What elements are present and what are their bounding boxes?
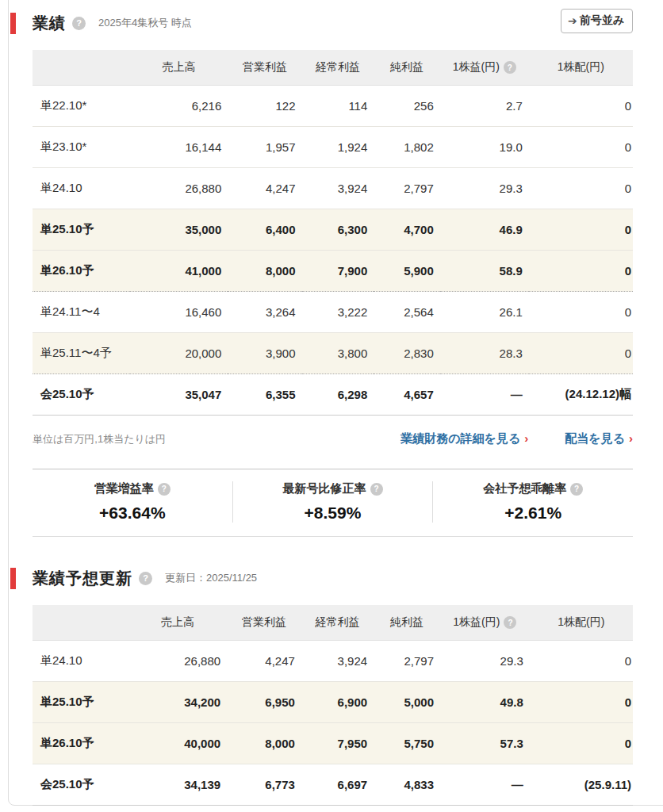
cell: 3,924 — [302, 168, 374, 209]
table-row: 会25.10予35,0476,3556,2984,657—(24.12.12)幅 — [33, 374, 633, 416]
help-icon[interactable]: ? — [504, 61, 516, 74]
cell: 1,802 — [374, 127, 439, 168]
cell: 0 — [530, 723, 633, 764]
cell: 26.1 — [440, 292, 529, 333]
row-label: 単26.10予 — [33, 251, 130, 292]
arrow-right-icon: ➔ — [568, 14, 577, 27]
cell: 4,247 — [227, 641, 301, 682]
header-row: 売上高営業利益経常利益純利益1株益(円)?1株配(円) — [33, 605, 633, 641]
section-title: 業績予想更新 — [33, 568, 132, 589]
row-label: 単24.10 — [33, 641, 128, 682]
cell: 1,957 — [228, 127, 301, 168]
cell: 3,800 — [302, 333, 374, 374]
results-table: 売上高営業利益経常利益純利益1株益(円)?1株配(円) 単22.10*6,216… — [33, 50, 633, 416]
stat-value: +63.64% — [33, 504, 232, 523]
cell: 2,564 — [374, 292, 439, 333]
table-footer: 単位は百万円,1株当たりは円 業績財務の詳細を見る›配当を見る› — [33, 431, 633, 446]
row-label: 会25.10予 — [33, 374, 130, 416]
help-icon[interactable]: ? — [570, 483, 583, 496]
column-header-label: 1株配(円) — [558, 615, 604, 628]
cell: 122 — [228, 86, 301, 127]
cell: 41,000 — [130, 251, 228, 292]
cell: — — [440, 374, 529, 416]
previous-issue-button[interactable]: ➔ 前号並み — [561, 9, 633, 33]
cell: 34,200 — [128, 682, 227, 723]
detail-link[interactable]: 業績財務の詳細を見る› — [400, 431, 528, 446]
cell: 0 — [530, 682, 633, 723]
cell: 46.9 — [440, 209, 529, 251]
cell: 0 — [529, 86, 633, 127]
cell: 1,924 — [302, 127, 374, 168]
column-header: 1株配(円) — [530, 605, 633, 641]
cell: 2,830 — [374, 333, 439, 374]
table-row: 単25.11〜4予20,0003,9003,8002,83028.30 — [33, 333, 633, 374]
row-label: 会25.10予 — [33, 764, 128, 806]
update-date-label: 更新日：2025/11/25 — [165, 571, 257, 585]
cell: 6,773 — [227, 764, 301, 806]
table-row: 単23.10*16,1441,9571,9241,80219.00 — [33, 127, 633, 168]
table-row: 単24.11〜416,4603,2643,2222,56426.10 — [33, 292, 633, 333]
cell: 7,950 — [301, 723, 374, 764]
cell: 114 — [302, 86, 374, 127]
cell: 35,000 — [130, 209, 228, 251]
cell: 16,144 — [130, 127, 228, 168]
cell: 40,000 — [128, 723, 227, 764]
stat-value: +8.59% — [233, 504, 433, 523]
cell: 5,900 — [374, 251, 439, 292]
cell: 0 — [529, 251, 633, 292]
cell: 256 — [374, 86, 439, 127]
cell: 20,000 — [130, 333, 228, 374]
cell: 3,222 — [302, 292, 374, 333]
stat-label-text: 営業増益率 — [94, 481, 154, 496]
help-icon[interactable]: ? — [139, 572, 152, 585]
header-row: 売上高営業利益経常利益純利益1株益(円)?1株配(円) — [33, 50, 633, 86]
units-note: 単位は百万円,1株当たりは円 — [33, 432, 166, 446]
cell: 8,000 — [228, 251, 301, 292]
cell: 26,880 — [130, 168, 228, 209]
cell: 4,833 — [374, 764, 440, 806]
cell: 6,216 — [130, 86, 228, 127]
stat-label: 会社予想乖離率? — [483, 481, 583, 496]
help-icon[interactable]: ? — [370, 483, 383, 496]
cell: 8,000 — [227, 723, 301, 764]
table-row: 単25.10予34,2006,9506,9005,00049.80 — [33, 682, 633, 723]
cell: 6,900 — [301, 682, 374, 723]
row-label: 単22.10* — [33, 86, 130, 127]
cell: 28.3 — [440, 333, 529, 374]
cell: 6,298 — [302, 374, 374, 416]
column-header-label: 1株益(円) — [453, 615, 500, 628]
column-header-label: 1株配(円) — [558, 60, 604, 73]
cell: 6,697 — [301, 764, 374, 806]
cell: 2,797 — [374, 168, 439, 209]
section-results-header: 業績 ? 2025年4集秋号 時点 ➔ 前号並み — [33, 12, 633, 34]
cell: 6,300 — [302, 209, 374, 251]
help-icon[interactable]: ? — [72, 17, 86, 30]
cell: 7,900 — [302, 251, 374, 292]
column-header-label: 純利益 — [390, 615, 423, 628]
cell: 16,460 — [130, 292, 228, 333]
cell: 29.3 — [440, 641, 530, 682]
cell: 3,264 — [228, 292, 301, 333]
cell: 4,700 — [374, 209, 439, 251]
cell: 0 — [529, 168, 633, 209]
stat-value: +2.61% — [433, 504, 633, 523]
table-row: 単26.10予40,0008,0007,9505,75057.30 — [33, 723, 633, 764]
row-label: 単24.10 — [33, 168, 130, 209]
cell: 26,880 — [128, 641, 227, 682]
cell: 6,355 — [228, 374, 301, 416]
help-icon[interactable]: ? — [504, 616, 516, 629]
help-icon[interactable]: ? — [158, 483, 171, 496]
column-header-label: 経常利益 — [316, 60, 360, 73]
stat-box: 営業増益率?+63.64% — [33, 481, 232, 523]
stat-box: 会社予想乖離率?+2.61% — [432, 481, 633, 523]
column-header: 経常利益 — [301, 605, 374, 641]
stat-label-text: 会社予想乖離率 — [483, 481, 566, 496]
column-header — [33, 50, 130, 86]
row-label: 単25.10予 — [33, 209, 130, 251]
row-label: 単26.10予 — [33, 723, 128, 764]
column-header: 売上高 — [130, 50, 228, 86]
detail-link[interactable]: 配当を見る› — [565, 431, 633, 446]
column-header-label: 売上高 — [163, 60, 196, 73]
column-header — [33, 605, 128, 641]
previous-issue-button-label: 前号並み — [580, 13, 624, 28]
